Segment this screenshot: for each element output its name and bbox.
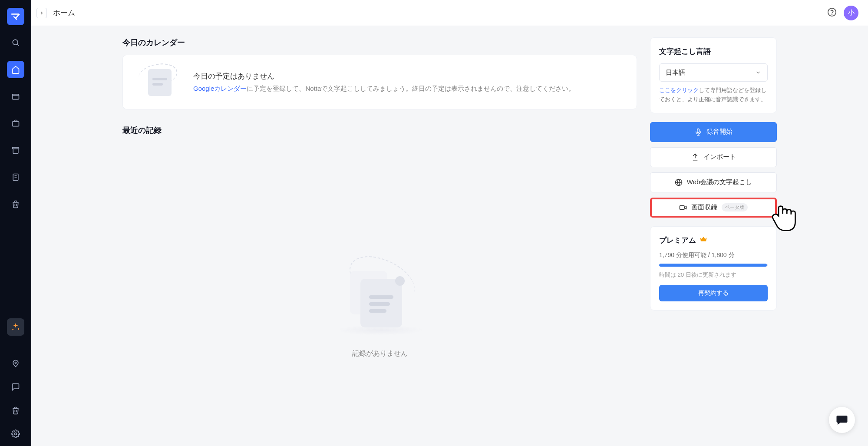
svg-point-10 xyxy=(828,8,836,16)
calendar-desc: Googleカレンダーに予定を登録して、Nottaで文字起こししてみましょう。終… xyxy=(193,85,575,93)
svg-point-11 xyxy=(832,14,832,14)
right-pane: 文字起こし言語 日本語 ここをクリックして専門用語などを登録しておくと、より正確… xyxy=(650,37,777,435)
screen-record-label: 画面収録 xyxy=(691,203,717,211)
nav-folder3[interactable] xyxy=(7,142,24,159)
sidebar-expand-button[interactable] xyxy=(36,8,47,18)
nav-trash[interactable] xyxy=(7,195,24,213)
svg-point-12 xyxy=(675,179,682,185)
app-logo[interactable]: マ xyxy=(7,8,24,25)
progress-fill xyxy=(659,264,767,267)
premium-title-text: プレミアム xyxy=(659,235,696,245)
usage-unit1: 分使用可能 xyxy=(676,251,706,258)
usage-used: 1,790 xyxy=(659,251,674,258)
nav-group-top xyxy=(7,34,24,213)
calendar-card: 今日の予定はありません Googleカレンダーに予定を登録して、Nottaで文字… xyxy=(122,55,637,109)
breadcrumb: ホーム xyxy=(53,8,75,18)
home-icon xyxy=(11,65,20,74)
svg-rect-3 xyxy=(13,122,19,126)
renew-button[interactable]: 再契約する xyxy=(659,285,768,301)
progress-bar xyxy=(659,264,768,267)
main-column: ホーム 小 今日のカレンダー 今日の予定はありません Googleカレンダーに予… xyxy=(31,0,868,446)
help-icon xyxy=(827,7,837,17)
record-button[interactable]: 録音開始 xyxy=(650,122,777,142)
calendar-illustration xyxy=(139,66,178,98)
nav-upgrade[interactable] xyxy=(7,318,24,336)
recent-empty-state: 記録がありません xyxy=(122,142,637,358)
language-hint-link[interactable]: ここをクリック xyxy=(659,87,699,93)
web-meeting-label: Web会議の文字起こし xyxy=(687,178,752,186)
speech-bubble-icon xyxy=(835,413,848,426)
renew-text: 時間は 20 日後に更新されます xyxy=(659,271,768,279)
svg-point-0 xyxy=(13,40,18,45)
calendar-section-title: 今日のカレンダー xyxy=(122,37,637,48)
globe-icon xyxy=(675,178,683,186)
location-icon xyxy=(11,359,20,368)
import-label: インポート xyxy=(703,153,736,161)
nav-folder2[interactable] xyxy=(7,115,24,132)
empty-text: 記録がありません xyxy=(352,349,408,358)
premium-card: プレミアム 1,790 分使用可能 / 1,800 分 xyxy=(650,226,777,311)
video-icon xyxy=(679,204,687,211)
crown-icon xyxy=(700,235,707,245)
trash-icon xyxy=(11,406,20,415)
mic-icon xyxy=(694,128,702,136)
record-label: 録音開始 xyxy=(706,128,733,136)
usage-unit2: 分 xyxy=(729,251,735,258)
avatar[interactable]: 小 xyxy=(844,6,858,20)
content: 今日のカレンダー 今日の予定はありません Googleカレンダーに予定を登録して… xyxy=(31,26,868,446)
nav-location[interactable] xyxy=(7,355,24,372)
svg-rect-2 xyxy=(13,94,19,99)
language-hint: ここをクリックして専門用語などを登録しておくと、より正確に音声認識できます。 xyxy=(659,86,768,104)
empty-illustration xyxy=(334,260,426,334)
nav-document[interactable] xyxy=(7,168,24,186)
web-meeting-button[interactable]: Web会議の文字起こし xyxy=(650,172,777,192)
language-select[interactable]: 日本語 xyxy=(659,63,768,82)
usage-text: 1,790 分使用可能 / 1,800 分 xyxy=(659,251,768,259)
svg-rect-13 xyxy=(680,205,685,209)
header: ホーム 小 xyxy=(31,0,868,26)
screen-record-button[interactable]: 画面収録 ベータ版 xyxy=(650,198,777,218)
nav-settings[interactable] xyxy=(7,425,24,443)
calendar-text: 今日の予定はありません Googleカレンダーに予定を登録して、Nottaで文字… xyxy=(193,71,575,93)
nav-group-bottom xyxy=(7,318,24,443)
nav-home[interactable] xyxy=(7,61,24,78)
import-button[interactable]: インポート xyxy=(650,147,777,167)
recent-section-title: 最近の記録 xyxy=(122,125,637,135)
nav-search[interactable] xyxy=(7,34,24,51)
nav-folder1[interactable] xyxy=(7,88,24,105)
beta-badge: ベータ版 xyxy=(722,203,748,211)
svg-rect-4 xyxy=(13,147,19,149)
nav-chat[interactable] xyxy=(7,378,24,396)
svg-rect-5 xyxy=(13,174,18,181)
document-icon xyxy=(11,173,20,182)
wallet-icon xyxy=(11,92,20,101)
language-card: 文字起こし言語 日本語 ここをクリックして専門用語などを登録しておくと、より正確… xyxy=(650,37,777,113)
google-calendar-link[interactable]: Googleカレンダー xyxy=(193,85,247,92)
gear-icon xyxy=(11,429,20,438)
language-card-title: 文字起こし言語 xyxy=(659,46,768,56)
chevron-right-icon xyxy=(39,10,44,16)
chat-bubble-button[interactable] xyxy=(829,407,855,433)
help-button[interactable] xyxy=(827,7,837,19)
search-icon xyxy=(11,38,20,47)
usage-sep: / xyxy=(708,251,712,258)
svg-point-8 xyxy=(15,362,16,363)
language-selected: 日本語 xyxy=(666,69,685,77)
briefcase-icon xyxy=(11,119,20,128)
nav-trash2[interactable] xyxy=(7,402,24,419)
calendar-desc-rest: に予定を登録して、Nottaで文字起こししてみましょう。終日の予定は表示されませ… xyxy=(247,85,575,92)
action-buttons: 録音開始 インポート Web会議の文字起こし 画面収録 ベータ版 xyxy=(650,122,777,218)
calendar-no-events: 今日の予定はありません xyxy=(193,71,575,81)
chat-icon xyxy=(11,383,20,391)
sidebar: マ xyxy=(0,0,31,446)
sparkle-icon xyxy=(11,322,20,332)
svg-line-1 xyxy=(17,44,19,46)
upload-icon xyxy=(691,153,699,161)
left-pane: 今日のカレンダー 今日の予定はありません Googleカレンダーに予定を登録して… xyxy=(122,37,637,435)
premium-title: プレミアム xyxy=(659,235,768,245)
trash-icon xyxy=(11,200,20,208)
svg-point-9 xyxy=(15,433,17,435)
archive-icon xyxy=(11,146,20,155)
usage-total: 1,800 xyxy=(712,251,727,258)
chevron-down-icon xyxy=(755,69,761,76)
